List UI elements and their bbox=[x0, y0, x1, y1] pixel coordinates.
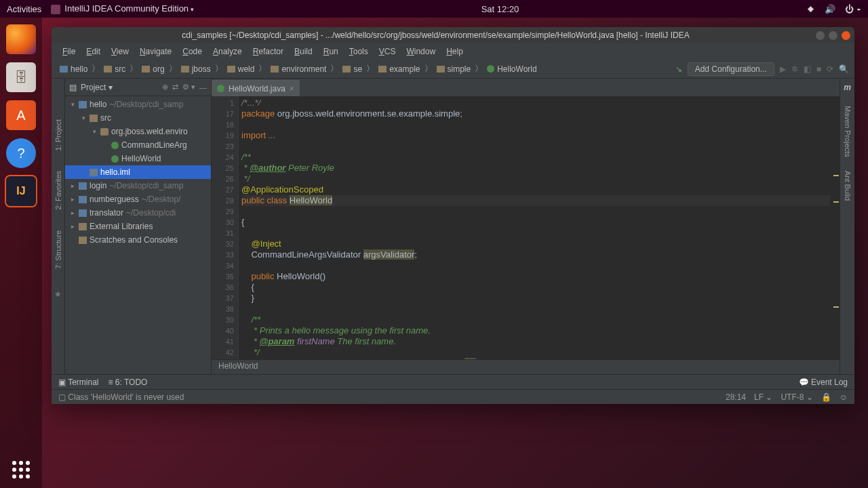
project-view-title[interactable]: Project ▾ bbox=[81, 83, 158, 92]
file-encoding[interactable]: UTF-8 ⌄ bbox=[781, 392, 812, 402]
tool-structure[interactable]: 7: Structure bbox=[54, 230, 62, 269]
help-icon[interactable]: ? bbox=[6, 138, 36, 168]
gear-icon[interactable]: ⚙ ▾ bbox=[182, 83, 195, 92]
tree-item-src[interactable]: ▾src bbox=[65, 111, 211, 125]
breadcrumb-environment[interactable]: environment bbox=[268, 63, 329, 75]
cursor-position[interactable]: 28:14 bbox=[726, 392, 746, 402]
window-titlebar[interactable]: cdi_samples [~/Desktop/cdi_samples] - ..… bbox=[52, 27, 854, 43]
breadcrumb-example[interactable]: example bbox=[376, 63, 422, 75]
tool-favorites[interactable]: 2: Favorites bbox=[54, 171, 62, 209]
menu-navigate[interactable]: Navigate bbox=[136, 45, 176, 58]
breadcrumb-src[interactable]: src bbox=[101, 63, 128, 75]
lock-icon[interactable]: 🔒 bbox=[821, 392, 831, 402]
code-editor[interactable]: /*...*/ package org.jboss.weld.environme… bbox=[239, 96, 833, 359]
update-project-icon[interactable]: ⟳ bbox=[827, 64, 833, 74]
tool-antbuild[interactable]: Ant Build bbox=[844, 171, 852, 201]
firefox-icon[interactable] bbox=[6, 24, 36, 54]
run-icon[interactable]: ▶ bbox=[780, 64, 786, 74]
show-apps-icon[interactable] bbox=[12, 461, 30, 479]
event-log-button[interactable]: 💬 Event Log bbox=[799, 378, 848, 387]
status-bar: ▢ Class 'HelloWorld' is never used 28:14… bbox=[52, 389, 854, 404]
maven-m-icon: m bbox=[844, 83, 851, 92]
navigation-bar: hello〉src〉org〉jboss〉weld〉environment〉se〉… bbox=[52, 60, 854, 79]
tree-item-externallibraries[interactable]: ▸External Libraries bbox=[65, 220, 211, 233]
breadcrumb-hello[interactable]: hello bbox=[57, 63, 90, 75]
volume-icon[interactable]: 🔊 bbox=[825, 4, 835, 14]
hide-icon[interactable]: — bbox=[199, 83, 207, 92]
bottom-tool-stripe: ▣ Terminal ≡ 6: TODO 💬 Event Log bbox=[52, 374, 854, 389]
tree-item-commandlinearg[interactable]: CommandLineArg bbox=[65, 138, 211, 152]
menu-help[interactable]: Help bbox=[442, 45, 467, 58]
tool-mavenprojects[interactable]: Maven Projects bbox=[844, 106, 852, 157]
build-icon[interactable]: ↘ bbox=[675, 64, 682, 74]
coverage-icon[interactable]: ◧ bbox=[804, 64, 811, 74]
breadcrumb-se[interactable]: se bbox=[340, 63, 365, 75]
power-icon[interactable]: ⏻ ▾ bbox=[845, 4, 861, 14]
terminal-tool-button[interactable]: ▣ Terminal bbox=[58, 378, 98, 387]
error-stripe[interactable] bbox=[833, 96, 840, 359]
breadcrumb-simple[interactable]: simple bbox=[434, 63, 474, 75]
menu-code[interactable]: Code bbox=[178, 45, 206, 58]
tree-item-numberguess[interactable]: ▸numberguess ~/Desktop/ bbox=[65, 192, 211, 206]
breadcrumb-jboss[interactable]: jboss bbox=[178, 63, 214, 75]
menu-bar: FileEditViewNavigateCodeAnalyzeRefactorB… bbox=[52, 43, 854, 60]
software-icon[interactable]: A bbox=[6, 100, 36, 130]
todo-tool-button[interactable]: ≡ 6: TODO bbox=[108, 378, 147, 387]
menu-view[interactable]: View bbox=[107, 45, 133, 58]
tree-item-login[interactable]: ▸login ~/Desktop/cdi_samp bbox=[65, 179, 211, 192]
files-icon[interactable]: 🗄 bbox=[6, 62, 36, 92]
status-message: Class 'HelloWorld' is never used bbox=[68, 392, 184, 402]
menu-file[interactable]: File bbox=[58, 45, 79, 58]
menu-run[interactable]: Run bbox=[319, 45, 342, 58]
menu-window[interactable]: Window bbox=[402, 45, 439, 58]
intellij-icon bbox=[51, 5, 60, 14]
minimize-button[interactable] bbox=[816, 31, 825, 40]
debug-icon[interactable]: ✲ bbox=[791, 64, 798, 74]
editor-breadcrumb[interactable]: HelloWorld bbox=[212, 359, 840, 374]
tree-item-helloiml[interactable]: hello.iml bbox=[65, 165, 211, 179]
close-button[interactable] bbox=[842, 31, 850, 40]
line-gutter[interactable]: 1171819232425262728293031323334353637383… bbox=[212, 96, 239, 359]
run-configuration-selector[interactable]: Add Configuration... bbox=[688, 62, 774, 76]
editor-tab-helloworld[interactable]: HelloWorld.java × bbox=[212, 80, 300, 96]
app-menu[interactable]: IntelliJ IDEA Community Edition bbox=[51, 3, 193, 14]
menu-tools[interactable]: Tools bbox=[345, 45, 372, 58]
intellij-dock-icon[interactable]: IJ bbox=[6, 176, 36, 206]
project-tool-window: ▤ Project ▾ ⊕ ⇄ ⚙ ▾ — ▾hello ~/Desktop/c… bbox=[65, 79, 212, 374]
tree-item-translator[interactable]: ▸translator ~/Desktop/cdi bbox=[65, 206, 211, 220]
network-icon[interactable]: ⯁ bbox=[806, 4, 815, 14]
java-class-icon bbox=[217, 85, 224, 92]
tree-item-orgjbossweldenviro[interactable]: ▾org.jboss.weld.enviro bbox=[65, 125, 211, 138]
breadcrumb-org[interactable]: org bbox=[139, 63, 167, 75]
search-icon[interactable]: 🔍 bbox=[839, 64, 849, 74]
project-view-icon: ▤ bbox=[69, 83, 77, 92]
clock[interactable]: Sat 12:20 bbox=[481, 4, 519, 14]
tree-item-scratchesandconsoles[interactable]: Scratches and Consoles bbox=[65, 233, 211, 247]
menu-edit[interactable]: Edit bbox=[82, 45, 104, 58]
close-tab-icon[interactable]: × bbox=[290, 84, 294, 94]
hector-icon[interactable]: ☺ bbox=[840, 392, 848, 402]
gnome-top-bar: Activities IntelliJ IDEA Community Editi… bbox=[0, 0, 868, 18]
right-tool-stripe: m Maven ProjectsAnt Build bbox=[840, 79, 854, 374]
menu-build[interactable]: Build bbox=[290, 45, 317, 58]
breadcrumb-weld[interactable]: weld bbox=[224, 63, 258, 75]
menu-analyze[interactable]: Analyze bbox=[209, 45, 246, 58]
line-separator[interactable]: LF ⌄ bbox=[754, 392, 772, 402]
stop-icon[interactable]: ■ bbox=[816, 64, 821, 74]
ubuntu-dock: 🗄 A ? IJ bbox=[0, 18, 42, 488]
left-tool-stripe: 1: Project2: Favorites7: Structure★ bbox=[52, 79, 65, 374]
intellij-window: cdi_samples [~/Desktop/cdi_samples] - ..… bbox=[52, 27, 854, 404]
breadcrumb-helloworld[interactable]: HelloWorld bbox=[484, 63, 539, 75]
scroll-icon[interactable]: ⇄ bbox=[172, 83, 178, 92]
window-title: cdi_samples [~/Desktop/cdi_samples] - ..… bbox=[56, 30, 816, 40]
tree-item-helloworld[interactable]: HelloWorld bbox=[65, 152, 211, 165]
tree-item-hello[interactable]: ▾hello ~/Desktop/cdi_samp bbox=[65, 98, 211, 111]
tool-project[interactable]: 1: Project bbox=[54, 119, 62, 150]
maximize-button[interactable] bbox=[829, 31, 837, 40]
menu-refactor[interactable]: Refactor bbox=[249, 45, 288, 58]
activities-button[interactable]: Activities bbox=[7, 4, 41, 14]
menu-vcs[interactable]: VCS bbox=[375, 45, 400, 58]
editor-tabs: HelloWorld.java × bbox=[212, 79, 840, 96]
editor-area: HelloWorld.java × 1171819232425262728293… bbox=[212, 79, 840, 374]
collapse-icon[interactable]: ⊕ bbox=[162, 83, 168, 92]
